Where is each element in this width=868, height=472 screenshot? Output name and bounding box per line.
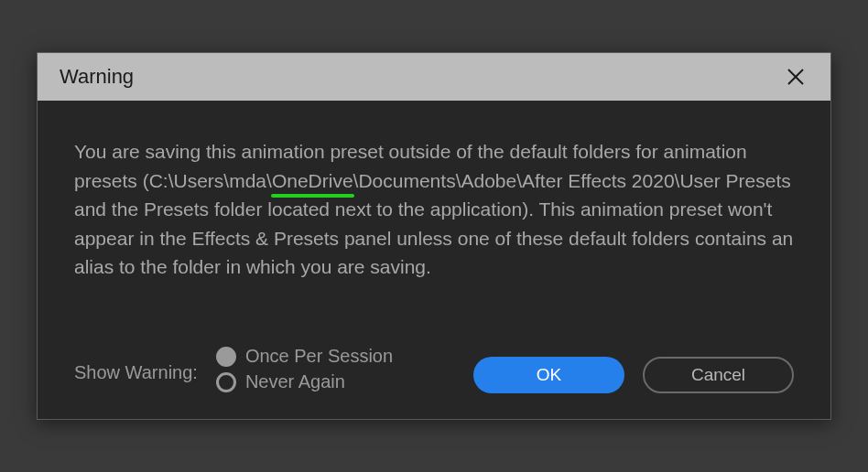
close-icon <box>786 67 806 87</box>
radio-label: Once Per Session <box>245 346 393 367</box>
radio-icon <box>216 347 236 367</box>
message-text-highlighted: OneDrive <box>272 166 353 196</box>
titlebar: Warning <box>38 53 830 101</box>
show-warning-label: Show Warning: <box>74 355 198 383</box>
close-button[interactable] <box>783 64 808 90</box>
ok-button[interactable]: OK <box>473 357 624 393</box>
warning-message: You are saving this animation preset out… <box>74 137 794 282</box>
radio-never-again[interactable]: Never Again <box>216 371 393 392</box>
radio-group: Once Per Session Never Again <box>216 346 393 392</box>
radio-once-per-session[interactable]: Once Per Session <box>216 346 393 367</box>
radio-icon <box>216 372 236 392</box>
dialog-content: You are saving this animation preset out… <box>38 101 830 419</box>
button-row: OK Cancel <box>473 346 794 393</box>
dialog-title: Warning <box>60 65 134 89</box>
warning-dialog: Warning You are saving this animation pr… <box>37 52 831 420</box>
cancel-button[interactable]: Cancel <box>643 357 794 393</box>
radio-label: Never Again <box>245 371 345 392</box>
dialog-footer: Show Warning: Once Per Session Never Aga… <box>74 346 794 393</box>
